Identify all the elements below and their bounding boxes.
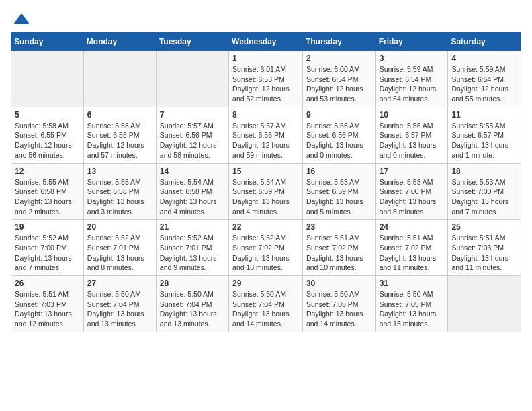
day-info: Sunrise: 5:54 AM Sunset: 6:58 PM Dayligh… xyxy=(160,177,225,217)
day-info: Sunrise: 5:51 AM Sunset: 7:02 PM Dayligh… xyxy=(380,233,445,273)
day-info: Sunrise: 5:57 AM Sunset: 6:56 PM Dayligh… xyxy=(160,121,225,161)
day-number: 31 xyxy=(380,279,445,288)
day-cell: 16Sunrise: 5:53 AM Sunset: 6:59 PM Dayli… xyxy=(302,163,375,220)
weekday-saturday: Saturday xyxy=(448,33,521,51)
day-cell: 21Sunrise: 5:52 AM Sunset: 7:01 PM Dayli… xyxy=(156,220,228,276)
day-info: Sunrise: 5:55 AM Sunset: 6:57 PM Dayligh… xyxy=(451,121,517,161)
logo-icon xyxy=(13,11,30,27)
day-cell: 28Sunrise: 5:50 AM Sunset: 7:04 PM Dayli… xyxy=(156,276,228,332)
weekday-wednesday: Wednesday xyxy=(229,33,303,51)
day-cell: 27Sunrise: 5:50 AM Sunset: 7:04 PM Dayli… xyxy=(83,276,156,332)
day-info: Sunrise: 5:50 AM Sunset: 7:04 PM Dayligh… xyxy=(87,289,152,329)
day-info: Sunrise: 5:53 AM Sunset: 7:00 PM Dayligh… xyxy=(451,177,517,217)
calendar-body: 1Sunrise: 6:01 AM Sunset: 6:53 PM Daylig… xyxy=(11,51,521,332)
day-info: Sunrise: 5:51 AM Sunset: 7:02 PM Dayligh… xyxy=(306,233,372,273)
weekday-sunday: Sunday xyxy=(11,33,84,51)
day-info: Sunrise: 5:50 AM Sunset: 7:05 PM Dayligh… xyxy=(306,289,372,329)
day-info: Sunrise: 5:54 AM Sunset: 6:59 PM Dayligh… xyxy=(232,177,299,217)
day-cell: 13Sunrise: 5:55 AM Sunset: 6:58 PM Dayli… xyxy=(83,163,156,220)
day-cell: 7Sunrise: 5:57 AM Sunset: 6:56 PM Daylig… xyxy=(156,107,228,163)
calendar: SundayMondayTuesdayWednesdayThursdayFrid… xyxy=(11,32,521,332)
week-row-1: 5Sunrise: 5:58 AM Sunset: 6:55 PM Daylig… xyxy=(11,107,521,163)
day-cell: 12Sunrise: 5:55 AM Sunset: 6:58 PM Dayli… xyxy=(11,163,84,220)
day-info: Sunrise: 5:50 AM Sunset: 7:04 PM Dayligh… xyxy=(160,289,225,329)
day-number: 13 xyxy=(87,167,152,176)
weekday-row: SundayMondayTuesdayWednesdayThursdayFrid… xyxy=(11,33,521,51)
day-info: Sunrise: 5:58 AM Sunset: 6:55 PM Dayligh… xyxy=(87,121,152,161)
weekday-friday: Friday xyxy=(375,33,448,51)
day-info: Sunrise: 6:00 AM Sunset: 6:54 PM Dayligh… xyxy=(306,64,372,104)
day-cell: 22Sunrise: 5:52 AM Sunset: 7:02 PM Dayli… xyxy=(229,220,303,276)
day-number: 1 xyxy=(232,54,299,63)
day-number: 19 xyxy=(15,222,80,232)
day-info: Sunrise: 5:55 AM Sunset: 6:58 PM Dayligh… xyxy=(87,177,152,217)
svg-marker-0 xyxy=(13,13,30,24)
day-info: Sunrise: 6:01 AM Sunset: 6:53 PM Dayligh… xyxy=(232,64,299,104)
weekday-monday: Monday xyxy=(83,33,156,51)
day-number: 7 xyxy=(160,110,225,120)
day-cell: 31Sunrise: 5:50 AM Sunset: 7:05 PM Dayli… xyxy=(375,276,448,332)
day-number: 25 xyxy=(451,222,517,232)
day-number: 20 xyxy=(87,222,152,232)
day-cell: 10Sunrise: 5:56 AM Sunset: 6:57 PM Dayli… xyxy=(375,107,448,163)
day-number: 26 xyxy=(15,279,80,288)
day-cell: 2Sunrise: 6:00 AM Sunset: 6:54 PM Daylig… xyxy=(302,51,375,107)
day-number: 22 xyxy=(232,222,299,232)
day-number: 12 xyxy=(15,167,80,176)
calendar-header: SundayMondayTuesdayWednesdayThursdayFrid… xyxy=(11,33,521,51)
day-cell xyxy=(83,51,156,107)
day-cell xyxy=(156,51,228,107)
day-cell: 8Sunrise: 5:57 AM Sunset: 6:56 PM Daylig… xyxy=(229,107,303,163)
day-info: Sunrise: 5:58 AM Sunset: 6:55 PM Dayligh… xyxy=(15,121,80,161)
day-number: 15 xyxy=(232,167,299,176)
day-cell: 9Sunrise: 5:56 AM Sunset: 6:56 PM Daylig… xyxy=(302,107,375,163)
day-info: Sunrise: 5:59 AM Sunset: 6:54 PM Dayligh… xyxy=(380,64,445,104)
day-number: 18 xyxy=(451,167,517,176)
day-cell: 11Sunrise: 5:55 AM Sunset: 6:57 PM Dayli… xyxy=(448,107,521,163)
weekday-tuesday: Tuesday xyxy=(156,33,228,51)
day-cell: 1Sunrise: 6:01 AM Sunset: 6:53 PM Daylig… xyxy=(229,51,303,107)
day-cell: 14Sunrise: 5:54 AM Sunset: 6:58 PM Dayli… xyxy=(156,163,228,220)
day-info: Sunrise: 5:56 AM Sunset: 6:56 PM Dayligh… xyxy=(306,121,372,161)
day-number: 30 xyxy=(306,279,372,288)
day-info: Sunrise: 5:51 AM Sunset: 7:03 PM Dayligh… xyxy=(15,289,80,329)
day-number: 6 xyxy=(87,110,152,120)
day-info: Sunrise: 5:50 AM Sunset: 7:04 PM Dayligh… xyxy=(232,289,299,329)
day-info: Sunrise: 5:55 AM Sunset: 6:58 PM Dayligh… xyxy=(15,177,80,217)
logo xyxy=(11,11,30,27)
day-number: 23 xyxy=(306,222,372,232)
day-cell: 6Sunrise: 5:58 AM Sunset: 6:55 PM Daylig… xyxy=(83,107,156,163)
week-row-0: 1Sunrise: 6:01 AM Sunset: 6:53 PM Daylig… xyxy=(11,51,521,107)
day-info: Sunrise: 5:52 AM Sunset: 7:01 PM Dayligh… xyxy=(87,233,152,273)
day-cell: 18Sunrise: 5:53 AM Sunset: 7:00 PM Dayli… xyxy=(448,163,521,220)
day-info: Sunrise: 5:57 AM Sunset: 6:56 PM Dayligh… xyxy=(232,121,299,161)
day-cell xyxy=(11,51,84,107)
day-number: 9 xyxy=(306,110,372,120)
day-number: 3 xyxy=(380,54,445,63)
day-info: Sunrise: 5:51 AM Sunset: 7:03 PM Dayligh… xyxy=(451,233,517,273)
week-row-4: 26Sunrise: 5:51 AM Sunset: 7:03 PM Dayli… xyxy=(11,276,521,332)
day-cell: 3Sunrise: 5:59 AM Sunset: 6:54 PM Daylig… xyxy=(375,51,448,107)
day-number: 27 xyxy=(87,279,152,288)
day-number: 16 xyxy=(306,167,372,176)
day-info: Sunrise: 5:53 AM Sunset: 7:00 PM Dayligh… xyxy=(380,177,445,217)
day-cell: 15Sunrise: 5:54 AM Sunset: 6:59 PM Dayli… xyxy=(229,163,303,220)
day-number: 8 xyxy=(232,110,299,120)
day-info: Sunrise: 5:56 AM Sunset: 6:57 PM Dayligh… xyxy=(380,121,445,161)
weekday-thursday: Thursday xyxy=(302,33,375,51)
day-number: 4 xyxy=(451,54,517,63)
day-cell xyxy=(448,276,521,332)
day-number: 11 xyxy=(451,110,517,120)
day-number: 17 xyxy=(380,167,445,176)
day-cell: 23Sunrise: 5:51 AM Sunset: 7:02 PM Dayli… xyxy=(302,220,375,276)
day-cell: 4Sunrise: 5:59 AM Sunset: 6:54 PM Daylig… xyxy=(448,51,521,107)
day-cell: 20Sunrise: 5:52 AM Sunset: 7:01 PM Dayli… xyxy=(83,220,156,276)
day-info: Sunrise: 5:52 AM Sunset: 7:01 PM Dayligh… xyxy=(160,233,225,273)
day-number: 28 xyxy=(160,279,225,288)
day-cell: 17Sunrise: 5:53 AM Sunset: 7:00 PM Dayli… xyxy=(375,163,448,220)
day-number: 2 xyxy=(306,54,372,63)
day-cell: 24Sunrise: 5:51 AM Sunset: 7:02 PM Dayli… xyxy=(375,220,448,276)
day-number: 24 xyxy=(380,222,445,232)
day-number: 10 xyxy=(380,110,445,120)
day-cell: 29Sunrise: 5:50 AM Sunset: 7:04 PM Dayli… xyxy=(229,276,303,332)
